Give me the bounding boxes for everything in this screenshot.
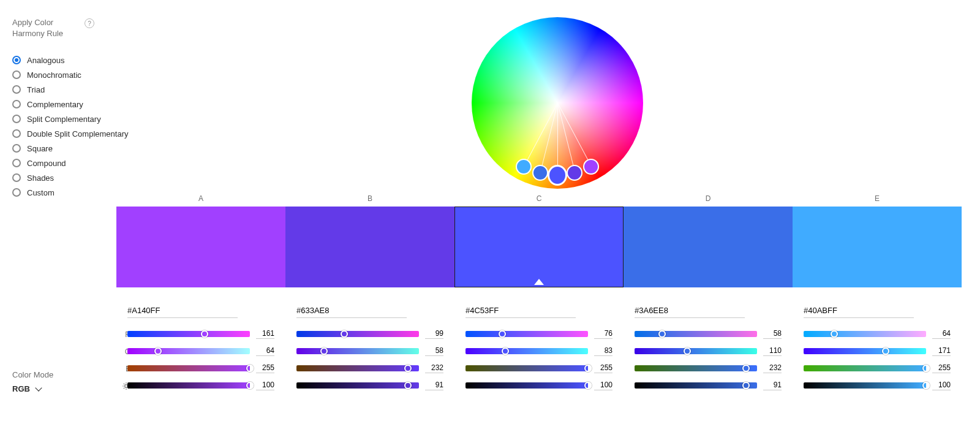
slider-value-r[interactable] xyxy=(932,329,951,339)
slider-track-r[interactable] xyxy=(296,331,419,337)
slider-value-b[interactable] xyxy=(932,363,951,373)
rule-item-compound[interactable]: Compound xyxy=(12,156,135,170)
help-icon[interactable]: ? xyxy=(85,18,94,28)
slider-track-g[interactable] xyxy=(466,348,588,354)
rule-item-split-complementary[interactable]: Split Complementary xyxy=(12,112,135,126)
slider-value-b[interactable] xyxy=(763,363,782,373)
slider-track-r[interactable] xyxy=(635,331,757,337)
slider-thumb-bright[interactable] xyxy=(404,382,412,389)
swatch-d[interactable] xyxy=(624,207,793,287)
color-mode-select[interactable]: RGB xyxy=(12,384,53,393)
swatch-e[interactable] xyxy=(793,207,962,287)
slider-value-b[interactable] xyxy=(256,363,274,373)
slider-thumb-r[interactable] xyxy=(658,330,666,338)
slider-value-g[interactable] xyxy=(763,346,782,356)
wheel-handle-3[interactable] xyxy=(532,165,548,181)
slider-track-r[interactable] xyxy=(127,331,250,337)
rule-label: Complementary xyxy=(27,100,83,109)
hex-input[interactable] xyxy=(296,305,407,318)
slider-row-bright xyxy=(804,381,951,390)
slider-track-b[interactable] xyxy=(127,365,250,371)
slider-track-b[interactable] xyxy=(296,365,419,371)
slider-thumb-g[interactable] xyxy=(502,347,509,355)
hex-input[interactable] xyxy=(804,305,914,318)
rule-label: Double Split Complementary xyxy=(27,129,128,138)
wheel-handle-2[interactable] xyxy=(548,165,567,186)
rule-item-analogous[interactable]: Analogous xyxy=(12,53,135,67)
wheel-handle-1[interactable] xyxy=(567,165,582,181)
slider-row-bright xyxy=(635,381,782,390)
slider-thumb-g[interactable] xyxy=(320,347,328,355)
rule-item-square[interactable]: Square xyxy=(12,141,135,156)
slider-track-bright[interactable] xyxy=(466,382,588,389)
slider-track-r[interactable] xyxy=(804,331,926,337)
wheel-handle-0[interactable] xyxy=(583,159,599,175)
slider-value-r[interactable] xyxy=(594,329,612,339)
slider-value-g[interactable] xyxy=(594,346,612,356)
slider-value-g[interactable] xyxy=(256,346,274,356)
swatch-label-b: B xyxy=(285,194,454,207)
slider-track-bright[interactable] xyxy=(635,382,757,389)
slider-thumb-b[interactable] xyxy=(246,365,254,372)
slider-value-g[interactable] xyxy=(425,346,443,356)
slider-thumb-bright[interactable] xyxy=(742,382,750,389)
slider-track-r[interactable] xyxy=(466,331,588,337)
slider-value-r[interactable] xyxy=(763,329,782,339)
slider-thumb-r[interactable] xyxy=(341,330,348,338)
rule-item-double-split-complementary[interactable]: Double Split Complementary xyxy=(12,126,135,141)
slider-thumb-b[interactable] xyxy=(742,365,750,372)
slider-thumb-b[interactable] xyxy=(404,365,412,372)
slider-track-bright[interactable] xyxy=(804,382,926,389)
hex-input[interactable] xyxy=(466,305,576,318)
slider-track-b[interactable] xyxy=(466,365,588,371)
rule-item-shades[interactable]: Shades xyxy=(12,170,135,185)
swatch-b[interactable] xyxy=(285,207,454,287)
hex-input[interactable] xyxy=(127,305,238,318)
swatch-label-a: A xyxy=(116,194,285,207)
wheel-handle-4[interactable] xyxy=(516,159,532,175)
color-mode-value: RGB xyxy=(12,384,30,393)
rule-item-complementary[interactable]: Complementary xyxy=(12,97,135,112)
swatch-a[interactable] xyxy=(116,207,285,287)
slider-value-bright[interactable] xyxy=(425,381,443,390)
slider-value-r[interactable] xyxy=(425,329,443,339)
slider-value-bright[interactable] xyxy=(932,381,951,390)
rule-item-triad[interactable]: Triad xyxy=(12,82,135,97)
radio-icon xyxy=(12,100,21,108)
slider-thumb-g[interactable] xyxy=(154,347,162,355)
slider-value-bright[interactable] xyxy=(594,381,612,390)
rule-label: Compound xyxy=(27,159,66,168)
slider-thumb-r[interactable] xyxy=(201,330,208,338)
slider-thumb-b[interactable] xyxy=(922,365,930,372)
slider-track-bright[interactable] xyxy=(296,382,419,389)
slider-value-g[interactable] xyxy=(932,346,951,356)
slider-track-bright[interactable] xyxy=(127,382,250,389)
slider-track-g[interactable] xyxy=(635,348,757,354)
rule-item-monochromatic[interactable]: Monochromatic xyxy=(12,67,135,82)
slider-value-b[interactable] xyxy=(594,363,612,373)
slider-track-g[interactable] xyxy=(296,348,419,354)
slider-track-g[interactable] xyxy=(804,348,926,354)
slider-track-b[interactable] xyxy=(804,365,926,371)
slider-value-bright[interactable] xyxy=(763,381,782,390)
slider-thumb-bright[interactable] xyxy=(246,382,254,389)
slider-thumb-bright[interactable] xyxy=(584,382,592,389)
slider-track-b[interactable] xyxy=(635,365,757,371)
slider-thumb-r[interactable] xyxy=(831,330,838,338)
rule-label: Analogous xyxy=(27,56,64,65)
editor-col-a xyxy=(116,305,285,398)
slider-thumb-g[interactable] xyxy=(882,347,889,355)
slider-thumb-r[interactable] xyxy=(499,330,506,338)
editor-col-d xyxy=(624,305,793,398)
slider-track-g[interactable] xyxy=(127,348,250,354)
slider-thumb-g[interactable] xyxy=(684,347,691,355)
swatch-c[interactable] xyxy=(454,207,624,287)
hex-input[interactable] xyxy=(635,305,745,318)
slider-value-r[interactable] xyxy=(256,329,274,339)
radio-icon xyxy=(12,173,21,182)
slider-value-b[interactable] xyxy=(425,363,443,373)
color-wheel[interactable] xyxy=(472,17,643,189)
slider-thumb-bright[interactable] xyxy=(922,382,930,389)
slider-value-bright[interactable] xyxy=(256,381,274,390)
slider-thumb-b[interactable] xyxy=(584,365,592,372)
